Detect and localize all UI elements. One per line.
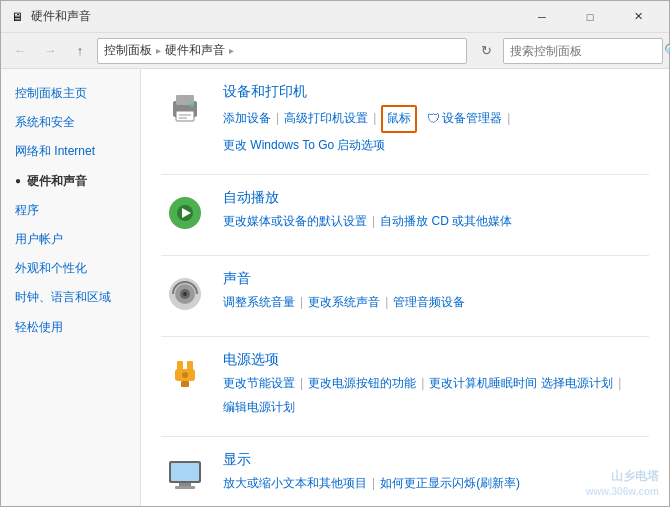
devices-body: 设备和打印机 添加设备 | 高级打印机设置 | 鼠标 🛡 设备管理器 | 更改 …: [223, 83, 649, 156]
window-title: 硬件和声音: [31, 8, 519, 25]
devices-links: 添加设备 | 高级打印机设置 | 鼠标 🛡 设备管理器 | 更改 Windows…: [223, 105, 649, 156]
svg-point-5: [190, 103, 194, 107]
sidebar-label-network: 网络和 Internet: [15, 142, 95, 161]
search-icon: 🔍: [664, 43, 670, 58]
address-box[interactable]: 控制面板 ▸ 硬件和声音 ▸: [97, 38, 467, 64]
breadcrumb-item-cp[interactable]: 控制面板: [104, 42, 152, 59]
sidebar-item-programs[interactable]: 程序: [1, 196, 140, 225]
svg-point-12: [183, 292, 187, 296]
power-title[interactable]: 电源选项: [223, 351, 649, 369]
link-adjust-volume[interactable]: 调整系统音量: [223, 292, 295, 314]
link-power-plan[interactable]: 选择电源计划: [541, 373, 613, 395]
link-add-device[interactable]: 添加设备: [223, 108, 271, 130]
addressbar: ← → ↑ 控制面板 ▸ 硬件和声音 ▸ ↻ 🔍: [1, 33, 669, 69]
breadcrumb-item-hw[interactable]: 硬件和声音: [165, 42, 225, 59]
divider-2: [161, 255, 649, 256]
section-power: 电源选项 更改节能设置 | 更改电源按钮的功能 | 更改计算机睡眠时间 选择电源…: [161, 351, 649, 418]
window-controls: ─ □ ✕: [519, 2, 661, 32]
link-text-size[interactable]: 放大或缩小文本和其他项目: [223, 473, 367, 495]
divider-3: [161, 336, 649, 337]
search-input[interactable]: [510, 44, 660, 58]
forward-button[interactable]: →: [37, 38, 63, 64]
section-autoplay: 自动播放 更改媒体或设备的默认设置 | 自动播放 CD 或其他媒体: [161, 189, 649, 237]
shield-icon: 🛡: [427, 107, 440, 130]
power-svg: [165, 355, 205, 395]
autoplay-body: 自动播放 更改媒体或设备的默认设置 | 自动播放 CD 或其他媒体: [223, 189, 649, 233]
breadcrumb: 控制面板 ▸ 硬件和声音 ▸: [104, 42, 460, 59]
sidebar-item-clock[interactable]: 时钟、语言和区域: [1, 283, 140, 312]
link-edit-plan[interactable]: 编辑电源计划: [223, 397, 295, 419]
link-device-manager[interactable]: 设备管理器: [442, 108, 502, 130]
divider-4: [161, 436, 649, 437]
close-button[interactable]: ✕: [615, 2, 661, 32]
sidebar-label-programs: 程序: [15, 201, 39, 220]
titlebar: 🖥 硬件和声音 ─ □ ✕: [1, 1, 669, 33]
link-change-sound[interactable]: 更改系统声音: [308, 292, 380, 314]
refresh-button[interactable]: ↻: [473, 38, 499, 64]
sidebar-item-home[interactable]: 控制面板主页: [1, 79, 140, 108]
sound-body: 声音 调整系统音量 | 更改系统声音 | 管理音频设备: [223, 270, 649, 314]
link-sleep-time[interactable]: 更改计算机睡眠时间: [429, 373, 537, 395]
sidebar-label-users: 用户帐户: [15, 230, 63, 249]
sidebar: 控制面板主页 系统和安全 网络和 Internet ● 硬件和声音 程序 用户帐…: [1, 69, 141, 506]
power-icon: [161, 351, 209, 399]
section-sound: 声音 调整系统音量 | 更改系统声音 | 管理音频设备: [161, 270, 649, 318]
svg-point-17: [182, 372, 188, 378]
svg-rect-21: [175, 486, 195, 489]
autoplay-icon: [161, 189, 209, 237]
sidebar-label-appearance: 外观和个性化: [15, 259, 87, 278]
sound-title[interactable]: 声音: [223, 270, 649, 288]
sidebar-label-system: 系统和安全: [15, 113, 75, 132]
sidebar-label-hardware: 硬件和声音: [27, 172, 87, 191]
section-display: 显示 放大或缩小文本和其他项目 | 如何更正显示闪烁(刷新率): [161, 451, 649, 499]
display-icon-wrap: [161, 451, 209, 499]
svg-rect-16: [181, 381, 189, 387]
link-printer-settings[interactable]: 高级打印机设置: [284, 108, 368, 130]
link-mouse-highlighted[interactable]: 鼠标: [381, 105, 417, 133]
main-content: 控制面板主页 系统和安全 网络和 Internet ● 硬件和声音 程序 用户帐…: [1, 69, 669, 506]
link-autoplay-cd[interactable]: 自动播放 CD 或其他媒体: [380, 211, 512, 233]
sidebar-label-clock: 时钟、语言和区域: [15, 288, 111, 307]
sound-icon: [161, 270, 209, 318]
breadcrumb-sep-2: ▸: [229, 45, 234, 56]
sidebar-label-ease: 轻松使用: [15, 318, 63, 337]
sidebar-item-hardware[interactable]: ● 硬件和声音: [1, 167, 140, 196]
content-area: 设备和打印机 添加设备 | 高级打印机设置 | 鼠标 🛡 设备管理器 | 更改 …: [141, 69, 669, 506]
link-autoplay-default[interactable]: 更改媒体或设备的默认设置: [223, 211, 367, 233]
link-windows-to-go[interactable]: 更改 Windows To Go 启动选项: [223, 135, 385, 157]
window-icon: 🖥: [9, 9, 25, 25]
divider-1: [161, 174, 649, 175]
sidebar-item-ease[interactable]: 轻松使用: [1, 313, 140, 342]
link-power-button[interactable]: 更改电源按钮的功能: [308, 373, 416, 395]
breadcrumb-sep-1: ▸: [156, 45, 161, 56]
minimize-button[interactable]: ─: [519, 2, 565, 32]
devices-title[interactable]: 设备和打印机: [223, 83, 649, 101]
display-svg: [165, 455, 205, 495]
link-manage-audio[interactable]: 管理音频设备: [393, 292, 465, 314]
search-box[interactable]: 🔍: [503, 38, 663, 64]
sidebar-item-appearance[interactable]: 外观和个性化: [1, 254, 140, 283]
svg-rect-19: [171, 463, 199, 481]
sound-links: 调整系统音量 | 更改系统声音 | 管理音频设备: [223, 292, 649, 314]
power-links: 更改节能设置 | 更改电源按钮的功能 | 更改计算机睡眠时间 选择电源计划 | …: [223, 373, 649, 418]
sidebar-item-users[interactable]: 用户帐户: [1, 225, 140, 254]
section-devices: 设备和打印机 添加设备 | 高级打印机设置 | 鼠标 🛡 设备管理器 | 更改 …: [161, 83, 649, 156]
active-bullet: ●: [15, 173, 21, 189]
sidebar-item-network[interactable]: 网络和 Internet: [1, 137, 140, 166]
watermark-line2: www.306w.com: [586, 485, 659, 498]
autoplay-title[interactable]: 自动播放: [223, 189, 649, 207]
sidebar-label-home: 控制面板主页: [15, 84, 87, 103]
maximize-button[interactable]: □: [567, 2, 613, 32]
sidebar-item-system[interactable]: 系统和安全: [1, 108, 140, 137]
up-button[interactable]: ↑: [67, 38, 93, 64]
display-title[interactable]: 显示: [223, 451, 649, 469]
autoplay-svg: [165, 193, 205, 233]
devices-svg: [165, 87, 205, 127]
power-body: 电源选项 更改节能设置 | 更改电源按钮的功能 | 更改计算机睡眠时间 选择电源…: [223, 351, 649, 418]
watermark-line1: 山乡电塔: [586, 469, 659, 485]
sound-svg: [165, 274, 205, 314]
watermark: 山乡电塔 www.306w.com: [586, 469, 659, 498]
back-button[interactable]: ←: [7, 38, 33, 64]
link-power-saving[interactable]: 更改节能设置: [223, 373, 295, 395]
link-refresh-rate[interactable]: 如何更正显示闪烁(刷新率): [380, 473, 520, 495]
